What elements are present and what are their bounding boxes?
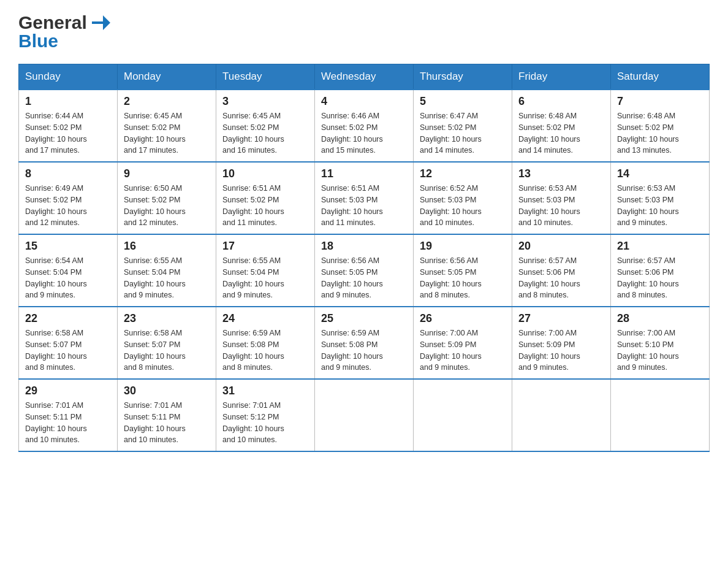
day-number: 18	[321, 240, 407, 253]
weekday-header-monday: Monday	[118, 64, 216, 90]
calendar-week-row: 29 Sunrise: 7:01 AM Sunset: 5:11 PM Dayl…	[19, 379, 710, 451]
calendar-cell: 5 Sunrise: 6:47 AM Sunset: 5:02 PM Dayli…	[414, 90, 512, 162]
day-info: Sunrise: 7:01 AM Sunset: 5:11 PM Dayligh…	[25, 400, 111, 446]
calendar-cell: 10 Sunrise: 6:51 AM Sunset: 5:02 PM Dayl…	[216, 162, 315, 234]
calendar-cell: 9 Sunrise: 6:50 AM Sunset: 5:02 PM Dayli…	[118, 162, 216, 234]
day-number: 26	[420, 312, 506, 325]
day-info: Sunrise: 7:01 AM Sunset: 5:11 PM Dayligh…	[124, 400, 210, 446]
day-info: Sunrise: 6:57 AM Sunset: 5:06 PM Dayligh…	[617, 255, 703, 301]
day-info: Sunrise: 7:00 AM Sunset: 5:09 PM Dayligh…	[420, 327, 506, 373]
calendar-cell: 11 Sunrise: 6:51 AM Sunset: 5:03 PM Dayl…	[315, 162, 414, 234]
logo: General Blue	[18, 12, 112, 52]
day-info: Sunrise: 6:58 AM Sunset: 5:07 PM Dayligh…	[124, 327, 210, 373]
day-info: Sunrise: 6:55 AM Sunset: 5:04 PM Dayligh…	[124, 255, 210, 301]
calendar-cell: 29 Sunrise: 7:01 AM Sunset: 5:11 PM Dayl…	[19, 379, 118, 451]
calendar-cell: 1 Sunrise: 6:44 AM Sunset: 5:02 PM Dayli…	[19, 90, 118, 162]
calendar-cell: 20 Sunrise: 6:57 AM Sunset: 5:06 PM Dayl…	[512, 234, 611, 307]
day-info: Sunrise: 6:56 AM Sunset: 5:05 PM Dayligh…	[420, 255, 506, 301]
day-number: 3	[222, 95, 308, 108]
day-info: Sunrise: 7:00 AM Sunset: 5:09 PM Dayligh…	[518, 327, 604, 373]
day-info: Sunrise: 6:50 AM Sunset: 5:02 PM Dayligh…	[124, 183, 210, 229]
day-number: 5	[420, 95, 506, 108]
day-number: 25	[321, 312, 407, 325]
calendar-cell: 23 Sunrise: 6:58 AM Sunset: 5:07 PM Dayl…	[118, 307, 216, 379]
logo-arrow-icon	[89, 9, 112, 31]
day-number: 11	[321, 167, 407, 180]
logo-blue-text: Blue	[18, 31, 58, 52]
weekday-header-sunday: Sunday	[19, 64, 118, 90]
calendar-cell: 6 Sunrise: 6:48 AM Sunset: 5:02 PM Dayli…	[512, 90, 611, 162]
calendar-cell: 7 Sunrise: 6:48 AM Sunset: 5:02 PM Dayli…	[611, 90, 710, 162]
weekday-header-row: SundayMondayTuesdayWednesdayThursdayFrid…	[19, 64, 710, 90]
calendar-cell	[414, 379, 512, 451]
day-number: 4	[321, 95, 407, 108]
calendar-cell: 30 Sunrise: 7:01 AM Sunset: 5:11 PM Dayl…	[118, 379, 216, 451]
logo-combined: General	[18, 12, 112, 33]
calendar-cell: 17 Sunrise: 6:55 AM Sunset: 5:04 PM Dayl…	[216, 234, 315, 307]
day-number: 1	[25, 95, 111, 108]
weekday-header-tuesday: Tuesday	[216, 64, 315, 90]
day-info: Sunrise: 6:51 AM Sunset: 5:03 PM Dayligh…	[321, 183, 407, 229]
calendar-cell: 28 Sunrise: 7:00 AM Sunset: 5:10 PM Dayl…	[611, 307, 710, 379]
day-info: Sunrise: 6:45 AM Sunset: 5:02 PM Dayligh…	[222, 110, 308, 156]
calendar-cell: 25 Sunrise: 6:59 AM Sunset: 5:08 PM Dayl…	[315, 307, 414, 379]
calendar-cell: 21 Sunrise: 6:57 AM Sunset: 5:06 PM Dayl…	[611, 234, 710, 307]
calendar-cell: 31 Sunrise: 7:01 AM Sunset: 5:12 PM Dayl…	[216, 379, 315, 451]
day-number: 16	[124, 240, 210, 253]
day-info: Sunrise: 6:44 AM Sunset: 5:02 PM Dayligh…	[25, 110, 111, 156]
day-number: 2	[124, 95, 210, 108]
day-number: 8	[25, 167, 111, 180]
day-number: 31	[222, 385, 308, 397]
calendar-cell: 27 Sunrise: 7:00 AM Sunset: 5:09 PM Dayl…	[512, 307, 611, 379]
day-number: 29	[25, 385, 111, 397]
calendar-cell	[512, 379, 611, 451]
day-info: Sunrise: 6:46 AM Sunset: 5:02 PM Dayligh…	[321, 110, 407, 156]
day-number: 12	[420, 167, 506, 180]
day-info: Sunrise: 6:58 AM Sunset: 5:07 PM Dayligh…	[25, 327, 111, 373]
day-info: Sunrise: 6:49 AM Sunset: 5:02 PM Dayligh…	[25, 183, 111, 229]
day-number: 30	[124, 385, 210, 397]
day-number: 9	[124, 167, 210, 180]
day-number: 17	[222, 240, 308, 253]
day-number: 24	[222, 312, 308, 325]
calendar-cell: 18 Sunrise: 6:56 AM Sunset: 5:05 PM Dayl…	[315, 234, 414, 307]
weekday-header-thursday: Thursday	[414, 64, 512, 90]
day-info: Sunrise: 7:01 AM Sunset: 5:12 PM Dayligh…	[222, 400, 308, 446]
day-info: Sunrise: 6:51 AM Sunset: 5:02 PM Dayligh…	[222, 183, 308, 229]
calendar-cell: 14 Sunrise: 6:53 AM Sunset: 5:03 PM Dayl…	[611, 162, 710, 234]
calendar-cell: 8 Sunrise: 6:49 AM Sunset: 5:02 PM Dayli…	[19, 162, 118, 234]
day-info: Sunrise: 6:53 AM Sunset: 5:03 PM Dayligh…	[617, 183, 703, 229]
day-number: 13	[518, 167, 604, 180]
calendar-cell: 3 Sunrise: 6:45 AM Sunset: 5:02 PM Dayli…	[216, 90, 315, 162]
day-number: 15	[25, 240, 111, 253]
day-number: 22	[25, 312, 111, 325]
page-header: General Blue	[18, 12, 710, 52]
weekday-header-friday: Friday	[512, 64, 611, 90]
day-info: Sunrise: 6:45 AM Sunset: 5:02 PM Dayligh…	[124, 110, 210, 156]
day-number: 14	[617, 167, 703, 180]
day-info: Sunrise: 6:47 AM Sunset: 5:02 PM Dayligh…	[420, 110, 506, 156]
day-number: 27	[518, 312, 604, 325]
day-info: Sunrise: 6:59 AM Sunset: 5:08 PM Dayligh…	[321, 327, 407, 373]
logo-general-text: General	[18, 12, 87, 33]
svg-marker-0	[92, 15, 110, 30]
day-info: Sunrise: 6:57 AM Sunset: 5:06 PM Dayligh…	[518, 255, 604, 301]
calendar-cell: 15 Sunrise: 6:54 AM Sunset: 5:04 PM Dayl…	[19, 234, 118, 307]
calendar-week-row: 1 Sunrise: 6:44 AM Sunset: 5:02 PM Dayli…	[19, 90, 710, 162]
day-info: Sunrise: 6:48 AM Sunset: 5:02 PM Dayligh…	[518, 110, 604, 156]
calendar-cell: 4 Sunrise: 6:46 AM Sunset: 5:02 PM Dayli…	[315, 90, 414, 162]
day-info: Sunrise: 6:59 AM Sunset: 5:08 PM Dayligh…	[222, 327, 308, 373]
calendar-cell: 22 Sunrise: 6:58 AM Sunset: 5:07 PM Dayl…	[19, 307, 118, 379]
weekday-header-wednesday: Wednesday	[315, 64, 414, 90]
calendar-table: SundayMondayTuesdayWednesdayThursdayFrid…	[18, 64, 710, 452]
day-number: 10	[222, 167, 308, 180]
calendar-cell	[315, 379, 414, 451]
day-number: 28	[617, 312, 703, 325]
calendar-cell: 19 Sunrise: 6:56 AM Sunset: 5:05 PM Dayl…	[414, 234, 512, 307]
day-number: 6	[518, 95, 604, 108]
day-info: Sunrise: 6:53 AM Sunset: 5:03 PM Dayligh…	[518, 183, 604, 229]
calendar-week-row: 8 Sunrise: 6:49 AM Sunset: 5:02 PM Dayli…	[19, 162, 710, 234]
calendar-week-row: 22 Sunrise: 6:58 AM Sunset: 5:07 PM Dayl…	[19, 307, 710, 379]
calendar-cell: 16 Sunrise: 6:55 AM Sunset: 5:04 PM Dayl…	[118, 234, 216, 307]
day-info: Sunrise: 6:48 AM Sunset: 5:02 PM Dayligh…	[617, 110, 703, 156]
